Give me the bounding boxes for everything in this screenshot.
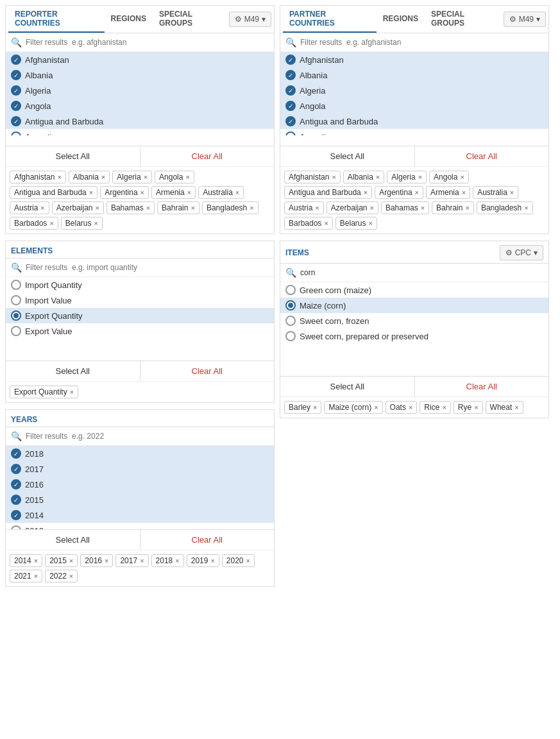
tag-remove-2021[interactable]: × (34, 572, 38, 580)
tag-remove-2020[interactable]: × (246, 557, 250, 565)
items-select-all-button[interactable]: Select All (280, 377, 415, 396)
p-tag-remove-algeria[interactable]: × (418, 173, 422, 181)
partner-list-area[interactable]: Afghanistan Albania Algeria Angola Antig… (280, 52, 548, 135)
list-item-import-quantity[interactable]: Import Quantity (6, 277, 274, 293)
p-tag-remove-bahrain[interactable]: × (465, 204, 469, 212)
tag-remove-2018[interactable]: × (175, 557, 179, 565)
tag-remove-2015[interactable]: × (69, 557, 73, 565)
p-tag-remove-barbados[interactable]: × (324, 219, 328, 227)
list-item[interactable]: Antigua and Barbuda (6, 114, 274, 129)
list-item[interactable]: Algeria (280, 83, 548, 98)
items-list-area[interactable]: Green corn (maize) Maize (corn) Sweet co… (280, 282, 548, 366)
partner-list-hscroll[interactable] (280, 135, 548, 146)
list-item[interactable]: Afghanistan (280, 52, 548, 67)
list-item[interactable]: Angola (6, 98, 274, 114)
tag-remove-afghanistan[interactable]: × (57, 173, 61, 181)
items-filter-input[interactable] (300, 268, 543, 277)
tag-remove-export-quantity[interactable]: × (70, 388, 74, 396)
list-item-sweet-corn-prepared[interactable]: Sweet corn, prepared or preserved (280, 328, 548, 344)
elements-list-area[interactable]: Import Quantity Import Value Export Quan… (6, 277, 274, 361)
p-tag-remove-armenia[interactable]: × (462, 189, 466, 196)
p-tag-remove-bangladesh[interactable]: × (524, 204, 528, 212)
tab-reporter-countries[interactable]: REPORTER COUNTRIES (8, 6, 105, 33)
tag-remove-barley[interactable]: × (313, 403, 317, 411)
p-tag-remove-afghanistan[interactable]: × (332, 173, 335, 181)
list-item[interactable]: Afghanistan (6, 52, 274, 67)
reporter-list-area[interactable]: Afghanistan Albania Algeria Angola Antig… (6, 52, 274, 135)
tab-partner-regions[interactable]: REGIONS (377, 10, 425, 28)
partner-clear-all-button[interactable]: Clear All (415, 146, 549, 166)
list-item-2016[interactable]: 2016 (6, 477, 274, 492)
list-item-export-value[interactable]: Export Value (6, 323, 274, 339)
tag-remove-2022[interactable]: × (69, 572, 73, 580)
list-item[interactable]: Albania (6, 67, 274, 83)
tag-remove-barbados[interactable]: × (49, 219, 53, 227)
p-tag-remove-austria[interactable]: × (315, 204, 319, 212)
tag-remove-2019[interactable]: × (210, 557, 214, 565)
tag-remove-albania[interactable]: × (101, 173, 105, 181)
items-clear-all-button[interactable]: Clear All (415, 377, 549, 396)
tag-remove-2016[interactable]: × (105, 557, 108, 565)
list-item[interactable]: Albania (280, 67, 548, 83)
items-list-hscroll[interactable] (280, 366, 548, 376)
list-item-2017[interactable]: 2017 (6, 461, 274, 477)
tag-remove-armenia[interactable]: × (187, 189, 191, 196)
tag-remove-austria[interactable]: × (40, 204, 44, 212)
tag-remove-angola[interactable]: × (185, 173, 189, 181)
tag-remove-rye[interactable]: × (474, 403, 478, 411)
list-item-import-value[interactable]: Import Value (6, 293, 274, 308)
list-item-maize-corn[interactable]: Maize (corn) (280, 298, 548, 313)
elements-clear-all-button[interactable]: Clear All (140, 361, 275, 381)
tag-remove-2014[interactable]: × (34, 557, 38, 565)
list-item-2013[interactable]: 2013 (6, 523, 274, 529)
list-item-green-corn[interactable]: Green corn (maize) (280, 282, 548, 298)
tab-reporter-regions[interactable]: REGIONS (105, 10, 153, 28)
reporter-clear-all-button[interactable]: Clear All (140, 146, 275, 166)
list-item-2018[interactable]: 2018 (6, 446, 274, 461)
tab-partner-special-groups[interactable]: SPECIAL GROUPS (425, 6, 504, 33)
list-item[interactable]: Algeria (6, 83, 274, 98)
partner-select-all-button[interactable]: Select All (280, 146, 415, 166)
tag-remove-2017[interactable]: × (140, 557, 144, 565)
elements-filter-input[interactable] (26, 263, 269, 272)
p-tag-remove-angola[interactable]: × (460, 173, 464, 181)
tag-remove-oats[interactable]: × (409, 403, 412, 411)
tag-remove-rice[interactable]: × (442, 403, 446, 411)
p-tag-remove-antigua[interactable]: × (364, 189, 368, 196)
tag-remove-bahamas[interactable]: × (146, 204, 150, 212)
reporter-gear-button[interactable]: ⚙ M49 ▾ (229, 12, 271, 27)
p-tag-remove-azerbaijan[interactable]: × (370, 204, 374, 212)
tab-partner-countries[interactable]: PARTNER COUNTRIES (283, 6, 377, 33)
tag-remove-azerbaijan[interactable]: × (96, 204, 99, 212)
partner-filter-input[interactable] (300, 38, 543, 47)
years-list-area[interactable]: 2018 2017 2016 2015 2014 (6, 446, 274, 529)
list-item[interactable]: Antigua and Barbuda (280, 114, 548, 129)
years-filter-input[interactable] (26, 432, 269, 441)
p-tag-remove-belarus[interactable]: × (369, 219, 373, 227)
p-tag-remove-australia[interactable]: × (510, 189, 514, 196)
tag-remove-bahrain[interactable]: × (191, 204, 194, 212)
tag-remove-bangladesh[interactable]: × (250, 204, 253, 212)
reporter-select-all-button[interactable]: Select All (6, 146, 140, 166)
list-item[interactable]: Argentina (6, 129, 274, 135)
years-select-all-button[interactable]: Select All (6, 530, 140, 550)
tag-remove-antigua[interactable]: × (89, 189, 93, 196)
items-gear-button[interactable]: ⚙ CPC ▾ (500, 245, 543, 260)
p-tag-remove-bahamas[interactable]: × (421, 204, 425, 212)
tag-remove-argentina[interactable]: × (140, 189, 144, 196)
tag-remove-algeria[interactable]: × (144, 173, 148, 181)
tag-remove-belarus[interactable]: × (94, 219, 98, 227)
reporter-filter-input[interactable] (26, 38, 269, 47)
reporter-list-hscroll[interactable] (6, 135, 274, 146)
list-item-2014[interactable]: 2014 (6, 507, 274, 523)
years-clear-all-button[interactable]: Clear All (140, 530, 275, 550)
list-item-2015[interactable]: 2015 (6, 492, 274, 507)
p-tag-remove-albania[interactable]: × (376, 173, 380, 181)
p-tag-remove-argentina[interactable]: × (415, 189, 419, 196)
list-item[interactable]: Argentina (280, 129, 548, 135)
tag-remove-maize-corn[interactable]: × (374, 403, 378, 411)
tag-remove-wheat[interactable]: × (514, 403, 518, 411)
list-item[interactable]: Angola (280, 98, 548, 114)
list-item-export-quantity[interactable]: Export Quantity (6, 308, 274, 323)
tab-reporter-special-groups[interactable]: SPECIAL GROUPS (153, 6, 229, 33)
